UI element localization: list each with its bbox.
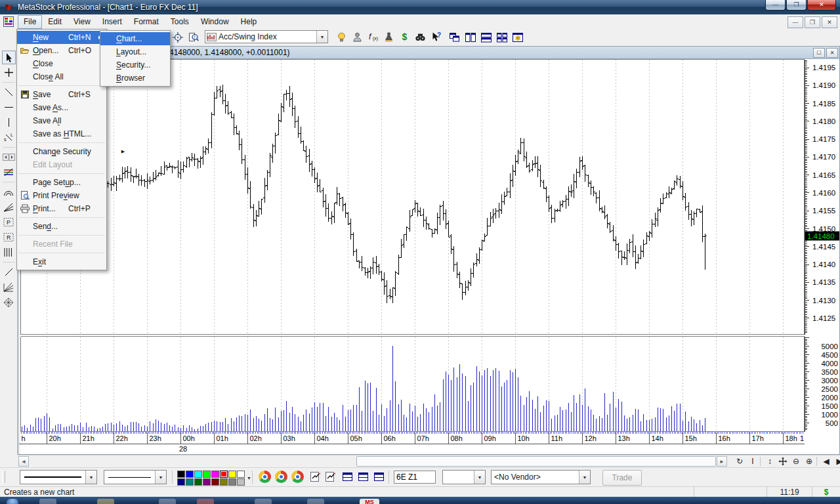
window-workspace-icon[interactable]: ✱ [511,30,524,44]
color-swatch[interactable] [186,471,194,478]
color-swatch[interactable] [203,471,211,478]
vertical-zoom-icon[interactable]: ↕ [764,456,776,467]
menubar-item-tools[interactable]: Tools [165,15,195,29]
window-cascade-icon[interactable] [448,30,461,44]
menubar-item-insert[interactable]: Insert [96,15,128,29]
line-weight-combo[interactable]: ▼ [20,470,97,484]
expert-commentary-open-icon[interactable] [275,471,287,483]
window-tile-grid-icon[interactable] [495,30,509,44]
chevron-down-icon[interactable]: ▼ [579,471,590,484]
menubar-item-file[interactable]: File [18,15,42,29]
projection-p-tool[interactable]: P [2,215,16,229]
system-test-report-icon[interactable] [310,471,321,482]
fibonacci-arcs-tool[interactable] [2,185,16,199]
horizontal-line-tool[interactable] [2,100,16,114]
color-swatch[interactable] [220,478,228,486]
color-swatch[interactable] [211,471,219,478]
indicator-quicklist-combo[interactable]: Acc/Swing Index ▼ [205,30,328,43]
symbol-input[interactable] [394,471,436,484]
file-menu-item-close-all[interactable]: Close All [17,70,106,83]
trendline-down-tool[interactable] [2,85,16,99]
projection-r-tool[interactable]: R [2,230,16,244]
new-submenu-item-browser[interactable]: Browser [100,72,170,85]
file-menu-item-close[interactable]: Close [17,57,106,70]
chevron-down-icon[interactable]: ▼ [316,31,327,43]
chevron-down-icon[interactable]: ▼ [85,471,96,484]
file-menu-item-open[interactable]: Open...Ctrl+O [17,44,106,57]
color-swatch[interactable] [228,471,236,478]
chevron-down-icon[interactable]: ▼ [474,471,485,484]
trade-button[interactable]: Trade [602,470,642,486]
fibonacci-time-zones-tool[interactable] [2,245,16,259]
file-menu-item-send[interactable]: Send... [17,220,106,233]
crosshair-tool[interactable] [2,66,16,79]
color-swatch[interactable] [177,478,185,486]
child-restore-button[interactable]: ❐ [805,16,820,28]
file-menu-item-save-as-html[interactable]: Save as HTML... [17,127,106,140]
menubar-item-window[interactable]: Window [195,15,235,29]
pointer-tool[interactable] [2,51,16,64]
chart-close-button[interactable]: ✕ [826,48,838,58]
zoom-out-icon[interactable]: ⊖ [790,456,802,467]
file-menu-item-exit[interactable]: Exit [17,255,106,268]
menubar-item-view[interactable]: View [68,15,96,29]
page-left-icon[interactable]: ◀ [820,456,832,467]
zoom-in-icon[interactable]: ⊕ [803,456,815,467]
file-menu-item-print-preview[interactable]: Print Preview [17,189,106,202]
scroll-pair-tool[interactable] [2,150,16,164]
color-swatch[interactable] [220,471,228,478]
color-swatch[interactable] [237,471,245,478]
line-style-combo[interactable]: ▼ [104,470,167,484]
text-cursor-icon[interactable]: I [747,456,759,467]
trendline-up-tool[interactable] [2,265,16,279]
minimize-button[interactable]: — [765,0,786,10]
chart-maximize-button[interactable]: ☐ [813,48,825,58]
color-swatch[interactable] [177,471,185,478]
periodicity-combo[interactable]: ▼ [442,470,486,484]
exploration-report-icon[interactable] [325,471,336,482]
inner-window-icon-3[interactable] [373,471,385,482]
color-swatch[interactable] [203,478,211,486]
file-menu-item-page-setup[interactable]: Page Setup... [17,176,106,189]
color-swatch[interactable] [194,478,202,486]
file-menu-item-recent-file[interactable]: Recent File [17,238,106,251]
system-tester-icon[interactable] [382,30,396,44]
crosshair-target-icon[interactable] [171,30,184,44]
new-submenu-item-chart[interactable]: Chart... [100,32,170,45]
color-swatch[interactable] [228,478,236,486]
file-menu-item-save-all[interactable]: Save All [17,114,106,127]
expert-options-icon[interactable]: $ [398,30,411,44]
stop-level-tool[interactable]: sL [2,131,16,144]
file-menu-item-save-as[interactable]: Save As... [17,101,106,114]
color-swatch[interactable] [211,478,219,486]
chevron-down-icon[interactable]: ▼ [155,471,166,484]
speed-lines-tool[interactable] [2,280,16,294]
page-right-icon[interactable]: ▶ [833,456,840,467]
move-chart-icon[interactable] [777,456,789,467]
child-minimize-button[interactable]: — [788,16,803,28]
file-menu-item-print[interactable]: Print...Ctrl+P [17,202,106,215]
color-swatch[interactable] [194,471,202,478]
menubar-item-format[interactable]: Format [128,15,165,29]
child-close-button[interactable]: ✕ [822,16,837,28]
zoom-page-icon[interactable] [186,30,200,44]
inner-window-icon-1[interactable] [342,471,353,482]
expert-symbols-icon[interactable] [291,471,304,483]
new-submenu-item-layout[interactable]: Layout... [100,45,170,58]
inner-window-icon-2[interactable] [358,471,369,482]
file-menu-item-change-security[interactable]: Change Security▶ [17,145,106,158]
scroll-right-button[interactable]: ► [717,456,727,467]
color-swatch[interactable] [237,478,245,486]
context-help-icon[interactable]: ? [429,30,443,44]
new-submenu-item-security[interactable]: Security... [100,58,170,72]
expert-commentary-icon[interactable] [350,30,364,44]
explorer-icon[interactable] [413,30,427,44]
line-styles-tool[interactable] [2,165,16,179]
expert-advisor-attach-icon[interactable] [259,471,271,483]
scroll-left-button[interactable]: ◄ [18,456,29,467]
menubar-item-edit[interactable]: Edit [42,15,68,29]
scrollbar-thumb[interactable] [356,456,716,467]
indicator-builder-icon[interactable]: f(x) [366,30,380,44]
fibonacci-fan-tool[interactable] [2,200,16,214]
windows-taskbar[interactable]: MS [0,497,840,504]
